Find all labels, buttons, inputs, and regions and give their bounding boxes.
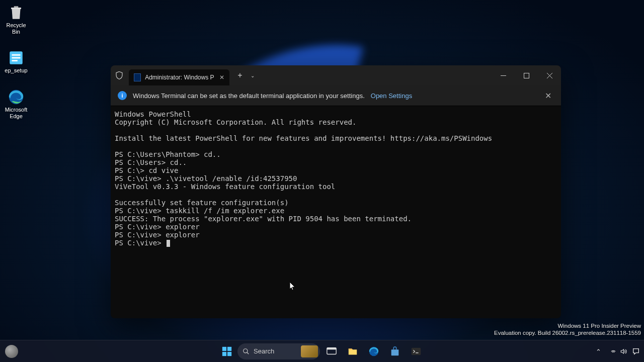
svg-rect-12 <box>327 347 336 349</box>
terminal-output[interactable]: Windows PowerShell Copyright (C) Microso… <box>111 106 561 318</box>
tab-close-button[interactable]: ✕ <box>218 73 225 81</box>
admin-shield-icon <box>115 71 124 80</box>
desktop-icon-label: Microsoft Edge <box>2 107 30 120</box>
maximize-button[interactable] <box>515 65 538 85</box>
start-button[interactable] <box>218 343 235 360</box>
notification-button[interactable] <box>631 343 641 359</box>
titlebar[interactable]: Administrator: Windows Powe ✕ + ⌄ <box>111 65 561 85</box>
svg-rect-5 <box>524 73 529 78</box>
tab-title: Administrator: Windows Powe <box>145 74 214 81</box>
taskbar-terminal[interactable] <box>407 342 426 361</box>
watermark-line2: Evaluation copy. Build 26002.rs_prerelea… <box>494 330 641 337</box>
desktop-icons: Recycle Bin ep_setup Microsoft Edge <box>2 2 30 122</box>
open-settings-link[interactable]: Open Settings <box>371 92 412 100</box>
search-icon <box>243 348 250 355</box>
desktop-icon-ep-setup[interactable]: ep_setup <box>2 47 30 76</box>
svg-rect-8 <box>222 351 226 355</box>
system-tray[interactable] <box>607 343 630 359</box>
info-banner: i Windows Terminal can be set as the def… <box>111 85 561 106</box>
svg-rect-3 <box>12 60 18 62</box>
text-cursor <box>167 240 170 247</box>
svg-rect-6 <box>222 346 226 350</box>
watermark: Windows 11 Pro Insider Preview Evaluatio… <box>494 323 641 337</box>
taskbar-store[interactable] <box>385 342 405 361</box>
svg-rect-15 <box>412 347 421 355</box>
search-highlight-icon <box>301 345 318 357</box>
svg-rect-14 <box>391 349 399 355</box>
setup-icon <box>8 49 25 66</box>
svg-point-10 <box>244 348 248 352</box>
recycle-bin-icon <box>8 4 25 21</box>
svg-rect-7 <box>227 346 231 350</box>
search-placeholder: Search <box>254 347 274 355</box>
desktop-icon-label: ep_setup <box>5 67 27 74</box>
terminal-window: Administrator: Windows Powe ✕ + ⌄ i Wind… <box>111 65 561 318</box>
desktop-icon-label: Recycle Bin <box>2 22 30 35</box>
terminal-tab[interactable]: Administrator: Windows Powe ✕ <box>129 69 229 85</box>
search-box[interactable]: Search <box>237 343 320 359</box>
volume-icon <box>620 348 627 355</box>
taskbar-task-view[interactable] <box>322 342 341 361</box>
taskbar-edge[interactable] <box>364 342 383 361</box>
close-window-button[interactable] <box>538 65 561 85</box>
watermark-line1: Windows 11 Pro Insider Preview <box>494 323 641 330</box>
powershell-icon <box>134 73 141 81</box>
svg-rect-9 <box>227 351 231 355</box>
banner-close-button[interactable]: ✕ <box>542 89 554 102</box>
desktop-icon-recycle-bin[interactable]: Recycle Bin <box>2 2 30 37</box>
svg-rect-2 <box>12 57 21 59</box>
desktop-icon-edge[interactable]: Microsoft Edge <box>2 86 30 122</box>
svg-rect-1 <box>12 54 21 56</box>
tab-dropdown-button[interactable]: ⌄ <box>248 68 258 83</box>
widgets-button[interactable] <box>5 345 18 358</box>
edge-icon <box>8 88 25 106</box>
wifi-icon <box>610 348 617 355</box>
tray-overflow[interactable]: ⌃ <box>593 343 606 359</box>
taskbar-file-explorer[interactable] <box>343 342 362 361</box>
info-icon: i <box>118 91 127 100</box>
taskbar: Search ⌃ <box>0 340 644 362</box>
new-tab-button[interactable]: + <box>232 68 248 83</box>
minimize-button[interactable] <box>492 65 515 85</box>
banner-text: Windows Terminal can be set as the defau… <box>133 92 365 100</box>
